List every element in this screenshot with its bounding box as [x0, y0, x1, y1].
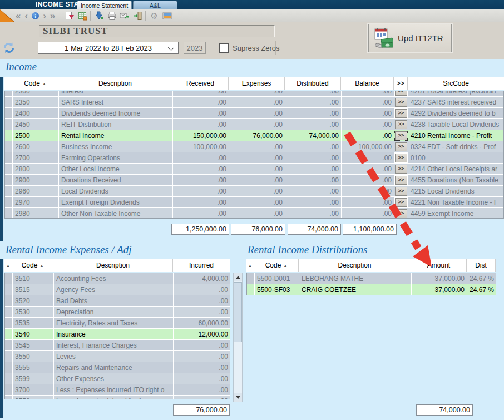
cell-code: 3515 [13, 284, 53, 295]
expenses-table-row[interactable]: 3510Accounting Fees4,000.00 [5, 273, 230, 284]
cell-distributed: .00 [285, 152, 341, 163]
header-incurred[interactable]: Incurred [173, 259, 230, 272]
import-button[interactable] [94, 11, 104, 21]
cell-incurred: .00 [174, 307, 230, 317]
scrollbar-thumb[interactable] [234, 282, 242, 342]
year-field[interactable]: 2023 [184, 42, 206, 54]
expenses-table-row[interactable]: 3599Other Expenses.00 [5, 373, 230, 384]
income-table-row[interactable]: 2300Interest.00.00.00.00>>4261 Local Int… [5, 91, 503, 96]
suppress-zeros-checkbox[interactable] [219, 43, 229, 53]
distributions-table-row[interactable]: 5500-SF03CRAIG COETZEE37,000.0024.67 % [247, 284, 496, 295]
cell-received: .00 [173, 164, 229, 174]
cell-jump: >> [394, 164, 408, 174]
row-indicator [5, 130, 12, 141]
srccode-jump-button[interactable]: >> [395, 142, 407, 151]
income-table-row[interactable]: 2350SARS Interest.00.00.00.00>>4237 SARS… [5, 97, 503, 107]
refresh-button[interactable] [2, 41, 16, 57]
srccode-jump-button[interactable]: >> [395, 109, 407, 118]
distributions-table-row[interactable]: 5500-D001LEBOHANG MATHE37,000.0024.67 % [247, 273, 496, 284]
header-label: Description [338, 261, 371, 269]
income-table-row[interactable]: 2600Business Income100,000.00.00.00100,0… [5, 141, 503, 152]
income-table-row[interactable]: 2800Other Local Income.00.00.00.00>>4214… [5, 164, 503, 174]
exit-button[interactable] [132, 11, 142, 21]
expenses-table-row[interactable]: 3520Bad Debts.00 [5, 295, 230, 306]
header-label: Amount [427, 261, 450, 269]
previous-record-button[interactable]: ‹ [24, 11, 28, 22]
sort-asc-icon: ▲ [248, 264, 252, 268]
srccode-jump-button[interactable]: >> [395, 120, 407, 129]
settings-button[interactable]: ⚙ [149, 11, 159, 21]
srccode-jump-button[interactable]: >> [395, 209, 407, 218]
header-description[interactable]: Description [58, 77, 172, 90]
cell-received: .00 [173, 91, 229, 96]
table-export-button[interactable] [77, 11, 87, 21]
srccode-jump-button[interactable]: >> [395, 131, 407, 140]
income-table-row[interactable]: 2970Exempt Foreign Dividends.00.00.00.00… [5, 197, 503, 207]
expenses-table-row[interactable]: 3550Levies.00 [5, 351, 230, 362]
income-table-row[interactable]: 2400Dividends deemed Income.00.00.00.00>… [5, 108, 503, 118]
income-table-row[interactable]: 2980Other Non Taxable Income.00.00.00.00… [5, 208, 503, 219]
header-balance[interactable]: Balance [341, 77, 393, 90]
row-indicator [247, 284, 254, 295]
tab-income-statement[interactable]: Income Statement [77, 1, 132, 9]
header-code[interactable]: Code ▲ [254, 259, 298, 272]
expenses-table-row[interactable]: 3545Interest, Fianance Charges.00 [5, 340, 230, 350]
header-expenses[interactable]: Expenses [229, 77, 284, 90]
cell-code: 3510 [13, 273, 53, 284]
header-code[interactable]: Code ▲ [12, 77, 58, 90]
report-filter-button[interactable] [65, 11, 75, 21]
header-label: Code [265, 261, 281, 269]
income-table-row[interactable]: 2450REIT Distribution.00.00.00.00>>4238 … [5, 119, 503, 130]
header-distributed[interactable]: Distributed [285, 77, 340, 90]
srccode-jump-button[interactable]: >> [395, 176, 407, 185]
header-label: Expenses [242, 80, 271, 87]
header-code[interactable]: Code ▲ [12, 259, 53, 272]
print-button[interactable] [107, 11, 117, 21]
period-select[interactable]: 1 Mar 2022 to 28 Feb 2023 [38, 42, 179, 54]
expenses-table-row[interactable]: 3530Depreciation.00 [5, 307, 230, 317]
scroll-up-button[interactable] [234, 273, 242, 281]
expenses-table-row[interactable]: 3555Repairs and Maintenance.00 [5, 362, 230, 373]
cell-jump: >> [394, 108, 408, 118]
srccode-jump-button[interactable]: >> [395, 154, 407, 162]
update-it12tr-button[interactable]: Upd IT12TR [368, 24, 452, 52]
expenses-scrollbar[interactable] [233, 273, 243, 402]
srccode-jump-button[interactable]: >> [395, 198, 407, 207]
income-table-row[interactable]: 2700Farming Operations.00.00.00.00>>0100 [5, 152, 503, 163]
header-received[interactable]: Received [172, 77, 228, 90]
header-label: Code [24, 80, 40, 87]
income-table-row[interactable]: 2500Rental Income150,000.0076,000.0074,0… [5, 130, 503, 141]
cell-balance: .00 [342, 130, 394, 141]
header-dist[interactable]: Dist [467, 259, 495, 272]
srccode-jump-button[interactable]: >> [395, 98, 407, 107]
cell-expenses: .00 [229, 119, 285, 130]
srccode-jump-button[interactable]: >> [395, 187, 407, 196]
tab-a-and-l[interactable]: A&L [133, 1, 177, 9]
scroll-down-button[interactable] [234, 393, 242, 402]
income-table-row[interactable]: 2900Donations Received.00.00.00.00>>4455… [5, 175, 503, 185]
record-info-icon[interactable]: i [32, 12, 39, 19]
mail-sync-button[interactable] [120, 11, 130, 21]
expenses-table-row[interactable]: 3540Insurance12,000.00 [5, 329, 230, 339]
image-button[interactable] [162, 11, 172, 21]
expenses-table-row[interactable]: 3700Less : Expenses incurred ITO right o… [5, 384, 230, 395]
srccode-jump-button[interactable]: >> [395, 165, 407, 174]
gear-icon: ⚙ [150, 11, 157, 21]
expenses-table-body: 3510Accounting Fees4,000.003515Agency Fe… [4, 273, 230, 399]
cell-description: Accounting Fees [54, 273, 173, 284]
header-description[interactable]: Description [299, 259, 411, 272]
expenses-table-row[interactable]: 3515Agency Fees.00 [5, 284, 230, 295]
last-record-button[interactable]: » [50, 11, 55, 22]
panel-left-border [0, 259, 3, 418]
srccode-jump-button[interactable]: >> [395, 91, 407, 96]
header-description[interactable]: Description [53, 259, 172, 272]
income-table-row[interactable]: 2960Local Dividends.00.00.00.00>>4215 Lo… [5, 186, 503, 196]
next-record-button[interactable]: › [43, 11, 46, 22]
expenses-table-row[interactable]: 3750Less : Amounts claimed for Acc.00 [5, 396, 230, 399]
tab-label: Income Statement [81, 2, 128, 9]
expenses-table-row[interactable]: 3535Electricity, Rates and Taxes60,000.0… [5, 318, 230, 328]
header-amount[interactable]: Amount [411, 259, 466, 272]
header-srccode[interactable]: SrcCode [408, 77, 504, 90]
distributions-section-title: Rental Income Distributions [248, 244, 367, 256]
first-record-button[interactable]: « [16, 11, 21, 22]
